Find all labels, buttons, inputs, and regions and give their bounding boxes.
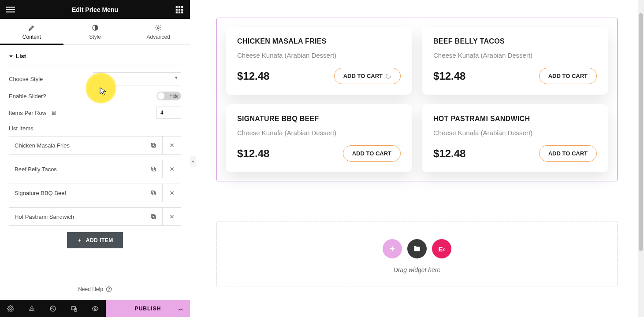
scrollbar-thumb[interactable]: [639, 13, 643, 251]
drop-zone[interactable]: E‹ Drag widget here: [216, 221, 618, 287]
sidebar-title: Edit Price Menu: [72, 6, 118, 13]
svg-rect-1: [6, 9, 15, 10]
svg-rect-19: [151, 191, 154, 194]
list-item[interactable]: Hot Pastrami Sandwich: [9, 207, 181, 226]
choose-style-row: Choose Style Card: [9, 72, 181, 85]
enable-slider-label: Enable Slider?: [9, 93, 46, 100]
enable-slider-toggle[interactable]: Hide: [156, 92, 181, 100]
add-to-cart-button[interactable]: ADD TO CART: [343, 145, 401, 162]
card-price: $12.48: [433, 70, 465, 82]
list-item[interactable]: Signature BBQ Beef: [9, 184, 181, 202]
svg-rect-21: [151, 214, 154, 217]
widgets-grid-icon[interactable]: [175, 5, 184, 14]
list-items-label: List Items: [9, 125, 181, 132]
toggle-state-label: Hide: [169, 94, 179, 99]
duplicate-item-button[interactable]: [144, 160, 162, 178]
card-subtitle: Cheese Kunafa (Arabian Dessert): [433, 129, 597, 136]
preview-icon[interactable]: [85, 300, 106, 317]
help-icon: [106, 286, 112, 292]
list-item-name: Beef Belly Tacos: [9, 160, 144, 178]
add-section-button[interactable]: [383, 239, 402, 258]
list-item[interactable]: Chicken Masala Fries: [9, 136, 181, 155]
svg-point-13: [157, 27, 159, 29]
responsive-device-icon[interactable]: 🖥: [51, 110, 56, 116]
tab-advanced[interactable]: Advanced: [127, 19, 190, 44]
list-item-name: Hot Pastrami Sandwich: [9, 208, 144, 225]
navigator-icon[interactable]: [21, 300, 42, 317]
svg-rect-6: [176, 8, 178, 10]
choose-style-label: Choose Style: [9, 76, 43, 82]
drop-zone-text: Drag widget here: [217, 266, 617, 273]
tab-style[interactable]: Style: [63, 19, 127, 44]
card-subtitle: Cheese Kunafa (Arabian Dessert): [237, 129, 401, 136]
svg-rect-10: [179, 11, 180, 13]
chevron-up-icon[interactable]: ︿: [178, 305, 184, 313]
choose-style-select[interactable]: Card: [93, 72, 181, 85]
svg-rect-7: [179, 8, 180, 10]
enable-slider-row: Enable Slider? Hide: [9, 92, 181, 100]
collapse-sidebar-handle[interactable]: ◂: [190, 156, 196, 166]
card-price: $12.48: [237, 147, 269, 160]
remove-item-button[interactable]: [162, 208, 181, 225]
duplicate-item-button[interactable]: [144, 208, 162, 225]
add-to-cart-button[interactable]: ADD TO CART: [539, 68, 597, 84]
sidebar-footer: PUBLISH ︿: [0, 300, 190, 317]
add-to-cart-button[interactable]: ADD TO CART: [334, 68, 401, 84]
svg-rect-14: [152, 144, 155, 147]
list-item[interactable]: Beef Belly Tacos: [9, 160, 181, 178]
remove-item-button[interactable]: [162, 184, 181, 202]
card-subtitle: Cheese Kunafa (Arabian Dessert): [433, 52, 597, 59]
template-library-button[interactable]: [407, 239, 427, 258]
menu-card: HOT PASTRAMI SANDWICH Cheese Kunafa (Ara…: [422, 104, 608, 172]
settings-icon[interactable]: [0, 300, 21, 317]
section-list-header[interactable]: List: [9, 45, 181, 66]
responsive-icon[interactable]: [63, 300, 85, 317]
svg-rect-5: [181, 6, 183, 7]
duplicate-item-button[interactable]: [144, 184, 162, 202]
items-per-row-label: Items Per Row: [9, 110, 46, 116]
menu-icon[interactable]: [6, 5, 15, 14]
card-price: $12.48: [237, 70, 269, 82]
svg-rect-15: [151, 143, 154, 146]
svg-rect-0: [6, 7, 15, 7]
list-item-name: Chicken Masala Fries: [9, 136, 144, 154]
add-item-label: ADD ITEM: [86, 237, 113, 243]
list-item-name: Signature BBQ Beef: [9, 184, 144, 202]
price-menu-widget[interactable]: CHICKEN MASALA FRIES Cheese Kunafa (Arab…: [216, 18, 618, 181]
history-icon[interactable]: [42, 300, 63, 317]
caret-down-icon: [9, 54, 13, 59]
card-title: HOT PASTRAMI SANDWICH: [433, 115, 597, 123]
duplicate-item-button[interactable]: [144, 136, 162, 154]
items-per-row-input[interactable]: [156, 107, 181, 119]
plus-icon: ＋: [77, 236, 82, 244]
svg-rect-18: [152, 192, 155, 195]
card-subtitle: Cheese Kunafa (Arabian Dessert): [237, 52, 401, 59]
svg-point-23: [108, 291, 109, 291]
add-item-button[interactable]: ＋ ADD ITEM: [67, 232, 123, 248]
tab-advanced-label: Advanced: [146, 34, 170, 40]
need-help-link[interactable]: Need Help: [0, 278, 190, 300]
sidebar-header: Edit Price Menu: [0, 0, 190, 19]
toggle-knob: [157, 92, 164, 100]
elements-kit-button[interactable]: E‹: [432, 239, 451, 258]
remove-item-button[interactable]: [162, 160, 181, 178]
remove-item-button[interactable]: [162, 136, 181, 154]
menu-card: CHICKEN MASALA FRIES Cheese Kunafa (Arab…: [226, 27, 412, 95]
items-per-row-row: Items Per Row 🖥: [9, 107, 181, 119]
svg-rect-11: [181, 11, 183, 13]
svg-point-28: [386, 74, 391, 78]
section-list-title: List: [16, 53, 26, 59]
tab-content[interactable]: Content: [0, 19, 63, 44]
card-title: SIGNATURE BBQ BEEF: [237, 115, 401, 123]
publish-button[interactable]: PUBLISH ︿: [106, 300, 190, 317]
svg-rect-9: [176, 11, 178, 13]
card-price: $12.48: [433, 147, 465, 160]
card-title: CHICKEN MASALA FRIES: [237, 37, 401, 45]
canvas-scrollbar[interactable]: [638, 0, 644, 317]
content-panel: List Choose Style Card Enable Slider? Hi…: [0, 45, 190, 278]
add-to-cart-button[interactable]: ADD TO CART: [539, 145, 597, 162]
svg-rect-16: [152, 168, 155, 171]
svg-rect-3: [176, 6, 178, 7]
svg-rect-4: [179, 6, 180, 7]
svg-rect-20: [152, 216, 155, 219]
